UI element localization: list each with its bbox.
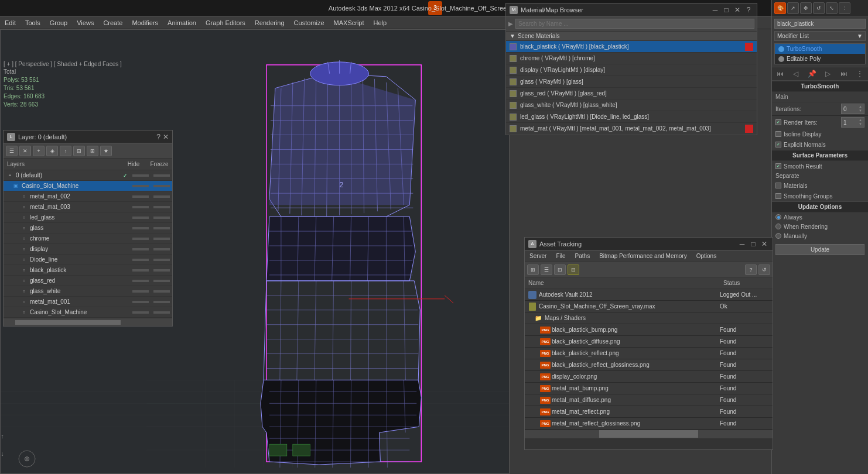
- menu-item-customize[interactable]: Customize: [289, 16, 329, 29]
- asset-tb-3[interactable]: ⊡: [554, 265, 566, 275]
- mat-browser-help[interactable]: ?: [744, 6, 753, 14]
- rp-move-btn[interactable]: ✥: [800, 2, 812, 14]
- layer-item[interactable]: ○ glass_red: [4, 276, 172, 286]
- asset-list-item[interactable]: PNG black_plastick_reflect_glossiness.pn…: [525, 359, 773, 371]
- asset-list-item[interactable]: PNG display_color.png Found: [525, 371, 773, 383]
- layers-sel-btn[interactable]: ◈: [46, 146, 58, 156]
- rp-explicit-normals-cb[interactable]: ✓: [775, 142, 781, 147]
- menu-item-graph-editors[interactable]: Graph Editors: [201, 16, 250, 29]
- menu-item-maxscript[interactable]: MAXScript: [329, 16, 369, 29]
- rp-modifier-item[interactable]: Editable Poly: [775, 54, 865, 64]
- layer-item[interactable]: ▣ Casino_Slot_Machine: [4, 181, 172, 191]
- mat-list-item[interactable]: black_plastick ( VRayMtl ) [black_plasti…: [506, 41, 757, 53]
- mat-browser-minimize[interactable]: ─: [710, 6, 720, 14]
- menu-item-help[interactable]: Help: [369, 16, 392, 29]
- mat-list-item[interactable]: glass ( VRayMtl ) [glass]: [506, 76, 757, 88]
- asset-tb-refresh[interactable]: ↺: [758, 265, 770, 275]
- layers-highlight-btn[interactable]: ★: [100, 146, 112, 156]
- mat-list-item[interactable]: chrome ( VRayMtl ) [chrome]: [506, 53, 757, 64]
- layer-item[interactable]: ○ black_plastick: [4, 265, 172, 276]
- rp-nav-options[interactable]: ⋮: [854, 70, 866, 78]
- layer-item[interactable]: ≡ 0 (default) ✓: [4, 170, 172, 181]
- asset-scrollbar[interactable]: [525, 430, 773, 438]
- asset-panel-close[interactable]: ✕: [760, 240, 769, 248]
- mat-browser-maximize[interactable]: □: [722, 6, 731, 14]
- rp-ri-up[interactable]: ▲: [859, 118, 862, 122]
- layer-item[interactable]: ○ glass_white: [4, 286, 172, 297]
- asset-tb-2[interactable]: ☰: [541, 265, 552, 275]
- rp-isoline-cb[interactable]: ✓: [775, 131, 781, 137]
- mat-list-item[interactable]: glass_white ( VRayMtl ) [glass_white]: [506, 99, 757, 111]
- asset-list-item[interactable]: PNG metal_mat_diffuse.png Found: [525, 394, 773, 406]
- asset-menu-item-file[interactable]: File: [551, 250, 570, 262]
- menu-item-group[interactable]: Group: [45, 16, 73, 29]
- layers-help-btn[interactable]: ?: [156, 133, 160, 141]
- layer-item[interactable]: ○ Diode_line: [4, 255, 172, 265]
- rp-materials-cb[interactable]: ✓: [775, 183, 781, 188]
- rp-paint-btn[interactable]: 🎨: [774, 2, 786, 14]
- asset-list-item[interactable]: PNG metal_mat_bump.png Found: [525, 383, 773, 394]
- mat-list-item[interactable]: glass_red ( VRayMtl ) [glass_red]: [506, 88, 757, 99]
- rp-object-name[interactable]: black_plastick: [774, 19, 866, 29]
- rp-update-button[interactable]: Update: [775, 244, 864, 255]
- asset-list-item[interactable]: PNG metal_mat_reflect_glossiness.png Fou…: [525, 418, 773, 430]
- layers-title-controls[interactable]: ? ✕: [156, 133, 169, 141]
- layers-collapse-btn[interactable]: ⊟: [73, 146, 85, 156]
- menu-item-animation[interactable]: Animation: [163, 16, 201, 29]
- layers-new-btn[interactable]: ☰: [6, 146, 18, 156]
- menu-item-rendering[interactable]: Rendering: [250, 16, 289, 29]
- rp-nav-last[interactable]: ⏭: [838, 70, 850, 78]
- rp-rotate-btn[interactable]: ↺: [813, 2, 825, 14]
- rp-iterations-spinbox[interactable]: 0 ▲ ▼: [841, 104, 864, 114]
- mat-list-item[interactable]: metal_mat ( VRayMtl ) [metal_mat_001, me…: [506, 123, 757, 135]
- asset-list-item[interactable]: 📁 Maps / Shaders: [525, 312, 773, 324]
- rp-nav-first[interactable]: ⏮: [774, 70, 786, 78]
- asset-panel-maximize[interactable]: □: [749, 240, 758, 248]
- asset-menu-item-paths[interactable]: Paths: [570, 250, 595, 262]
- layers-scrollbar-thumb[interactable]: [15, 320, 121, 325]
- layer-item[interactable]: ○ Casino_Slot_Machine: [4, 307, 172, 318]
- menu-item-modifiers[interactable]: Modifiers: [127, 16, 163, 29]
- asset-menu-item-server[interactable]: Server: [525, 250, 551, 262]
- layer-item[interactable]: ○ metal_mat_001: [4, 297, 172, 307]
- layer-item[interactable]: ○ display: [4, 244, 172, 255]
- asset-list-item[interactable]: PNG black_plastick_reflect.png Found: [525, 348, 773, 359]
- rp-render-iters-cb[interactable]: ✓: [775, 119, 781, 125]
- layers-scrollbar[interactable]: [4, 318, 172, 326]
- rp-modifier-dropdown[interactable]: Modifier List ▼: [774, 31, 866, 41]
- layers-move-btn[interactable]: ↑: [60, 146, 71, 156]
- asset-list-item[interactable]: Casino_Slot_Machine_Off_Screen_vray.max …: [525, 301, 773, 312]
- mat-browser-close[interactable]: ✕: [733, 6, 742, 14]
- rp-iter-up[interactable]: ▲: [859, 105, 862, 109]
- asset-tb-help[interactable]: ?: [745, 265, 757, 275]
- rp-render-iters-spinbox[interactable]: 1 ▲ ▼: [841, 117, 864, 128]
- asset-list-item[interactable]: PNG metal_mat_reflect.png Found: [525, 406, 773, 418]
- layer-item[interactable]: ○ metal_mat_002: [4, 191, 172, 202]
- asset-list-item[interactable]: PNG black_plastick_diffuse.png Found: [525, 336, 773, 348]
- menu-item-create[interactable]: Create: [98, 16, 127, 29]
- rp-extra-btn[interactable]: ⋮: [839, 2, 850, 14]
- mat-search-input[interactable]: [515, 19, 754, 29]
- asset-panel-minimize[interactable]: ─: [737, 240, 747, 248]
- layers-expand-btn[interactable]: ⊞: [87, 146, 98, 156]
- rp-render-iters-arrows[interactable]: ▲ ▼: [859, 118, 862, 126]
- mat-list-item[interactable]: led_glass ( VRayLightMtl ) [Diode_line, …: [506, 111, 757, 123]
- layer-item[interactable]: ○ led_glass: [4, 212, 172, 223]
- asset-list-item[interactable]: PNG black_plastick_bump.png Found: [525, 324, 773, 336]
- asset-menu-item-bitmap-performance-and-memory[interactable]: Bitmap Performance and Memory: [594, 250, 692, 262]
- layers-close-btn[interactable]: ✕: [163, 133, 169, 141]
- layer-item[interactable]: ○ metal_mat_003: [4, 202, 172, 212]
- rp-when-rendering-radio[interactable]: [775, 224, 781, 229]
- rp-nav-prev[interactable]: ◁: [790, 70, 802, 78]
- rp-nav-next[interactable]: ▷: [822, 70, 834, 78]
- rp-scale-btn[interactable]: ⤡: [826, 2, 838, 14]
- rp-iter-down[interactable]: ▼: [859, 109, 862, 113]
- menu-item-views[interactable]: Views: [72, 16, 98, 29]
- rp-ri-down[interactable]: ▼: [859, 122, 862, 126]
- mat-list-item[interactable]: display ( VRayLightMtl ) [display]: [506, 64, 757, 76]
- rp-sel-btn[interactable]: ↗: [787, 2, 799, 14]
- asset-panel-controls[interactable]: ─ □ ✕: [737, 240, 769, 248]
- rp-nav-pin[interactable]: 📌: [806, 70, 818, 78]
- asset-tb-4[interactable]: ⊟: [568, 265, 579, 275]
- layer-item[interactable]: ○ glass: [4, 223, 172, 233]
